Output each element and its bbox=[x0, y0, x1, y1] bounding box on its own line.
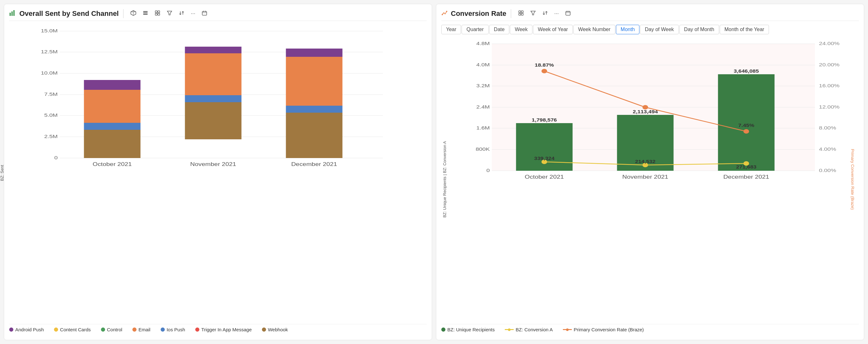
svg-text:15.0M: 15.0M bbox=[41, 28, 58, 33]
svg-text:214,532: 214,532 bbox=[635, 159, 655, 164]
right-y-axis-right-label: Primary Conversion Rate (Braze) bbox=[850, 138, 855, 221]
left-panel-title: Overall Sent by Send Channel bbox=[19, 9, 119, 18]
bar-oct-android bbox=[84, 80, 140, 90]
tab-week-number[interactable]: Week Number bbox=[574, 25, 615, 34]
svg-text:24.00%: 24.00% bbox=[819, 41, 840, 46]
legend-trigger-label: Trigger In App Message bbox=[201, 327, 252, 332]
tab-month[interactable]: Month bbox=[616, 25, 640, 34]
svg-text:5.0M: 5.0M bbox=[44, 112, 58, 118]
more-icon[interactable]: ··· bbox=[189, 10, 196, 18]
legend-content-cards-dot bbox=[54, 327, 58, 332]
tab-week-of-year[interactable]: Week of Year bbox=[533, 25, 573, 34]
svg-rect-7 bbox=[143, 12, 148, 13]
svg-text:10.0M: 10.0M bbox=[41, 70, 58, 75]
legend-primary-conversion-label: Primary Conversion Rate (Braze) bbox=[574, 327, 644, 332]
legend-ios: Ios Push bbox=[161, 327, 185, 332]
bar-nov-android bbox=[185, 46, 241, 53]
conversion-icon bbox=[441, 10, 448, 18]
legend-unique-recipients-dot bbox=[441, 327, 445, 332]
legend-conversion-a-label: BZ: Conversion A bbox=[516, 327, 553, 332]
svg-text:271,683: 271,683 bbox=[736, 165, 756, 169]
tab-week[interactable]: Week bbox=[510, 25, 532, 34]
svg-rect-0 bbox=[9, 13, 11, 16]
grid-icon[interactable] bbox=[153, 9, 162, 18]
right-filter-icon[interactable] bbox=[529, 9, 537, 18]
bar-oct-ios bbox=[84, 123, 140, 130]
time-tabs: Year Quarter Date Week Week of Year Week… bbox=[441, 25, 859, 34]
legend-webhook-dot bbox=[262, 327, 266, 332]
tab-date[interactable]: Date bbox=[489, 25, 509, 34]
right-panel-title: Conversion Rate bbox=[451, 9, 506, 18]
svg-text:1.6M: 1.6M bbox=[476, 125, 490, 130]
bar-dec-webhook bbox=[286, 113, 343, 158]
svg-rect-42 bbox=[566, 11, 570, 15]
right-header-divider bbox=[511, 9, 511, 18]
sort-icon[interactable] bbox=[178, 9, 186, 18]
svg-text:2,113,494: 2,113,494 bbox=[633, 110, 658, 114]
right-more-icon[interactable]: ··· bbox=[553, 10, 560, 18]
legend-control-dot bbox=[101, 327, 105, 332]
filter-icon[interactable] bbox=[165, 9, 174, 18]
bar-nov-webhook bbox=[185, 102, 241, 139]
tab-quarter[interactable]: Quarter bbox=[462, 25, 488, 34]
svg-point-36 bbox=[446, 11, 447, 12]
svg-rect-1 bbox=[11, 11, 13, 16]
legend-primary-conversion-line bbox=[563, 329, 572, 330]
tab-year[interactable]: Year bbox=[441, 25, 461, 34]
legend-email: Email bbox=[132, 327, 151, 332]
legend-primary-conversion: Primary Conversion Rate (Braze) bbox=[563, 327, 644, 332]
right-chart-area: BZ: Unique Recipients | BZ: Conversion A… bbox=[441, 37, 859, 335]
svg-text:4.0M: 4.0M bbox=[476, 62, 490, 67]
legend-email-label: Email bbox=[138, 327, 151, 332]
svg-rect-39 bbox=[519, 13, 521, 15]
svg-point-35 bbox=[442, 14, 443, 15]
svg-rect-10 bbox=[158, 11, 160, 13]
right-panel: Conversion Rate bbox=[436, 4, 864, 340]
legend-android: Android Push bbox=[9, 327, 44, 332]
svg-text:October 2021: October 2021 bbox=[93, 161, 132, 167]
legend-webhook: Webhook bbox=[262, 327, 288, 332]
legend-android-dot bbox=[9, 327, 13, 332]
legend-control-label: Control bbox=[107, 327, 122, 332]
tab-day-of-month[interactable]: Day of Month bbox=[679, 25, 719, 34]
svg-text:7.45%: 7.45% bbox=[738, 123, 754, 128]
svg-text:November 2021: November 2021 bbox=[622, 174, 668, 180]
legend-conversion-a-line bbox=[505, 329, 514, 330]
svg-text:0: 0 bbox=[54, 155, 58, 160]
svg-rect-6 bbox=[143, 11, 148, 12]
svg-text:2.4M: 2.4M bbox=[476, 104, 490, 110]
legend-webhook-label: Webhook bbox=[268, 327, 288, 332]
legend-unique-recipients: BZ: Unique Recipients bbox=[441, 327, 495, 332]
svg-text:18.87%: 18.87% bbox=[535, 63, 554, 68]
svg-rect-2 bbox=[13, 10, 14, 16]
bar-dec-email bbox=[286, 57, 343, 106]
bar-oct-email bbox=[84, 90, 140, 123]
right-grid-icon[interactable] bbox=[517, 9, 525, 18]
legend-control: Control bbox=[101, 327, 122, 332]
legend-content-cards: Content Cards bbox=[54, 327, 91, 332]
svg-rect-11 bbox=[155, 13, 157, 15]
tab-day-of-week[interactable]: Day of Week bbox=[640, 25, 679, 34]
right-y-axis-left-label: BZ: Unique Recipients | BZ: Conversion A bbox=[442, 135, 447, 224]
tab-month-of-year[interactable]: Month of the Year bbox=[720, 25, 769, 34]
legend-ios-label: Ios Push bbox=[167, 327, 185, 332]
conversion-rate-dot-dec bbox=[744, 129, 749, 134]
list-icon[interactable] bbox=[141, 9, 150, 18]
bar-dec-android bbox=[286, 49, 343, 57]
svg-text:3,646,085: 3,646,085 bbox=[734, 69, 759, 74]
svg-rect-8 bbox=[143, 14, 148, 15]
svg-text:October 2021: October 2021 bbox=[525, 174, 564, 180]
calendar-icon[interactable] bbox=[200, 9, 209, 18]
right-legend: BZ: Unique Recipients BZ: Conversion A P… bbox=[441, 324, 859, 335]
left-legend: Android Push Content Cards Control Email… bbox=[9, 324, 427, 335]
right-header-actions: ··· bbox=[517, 9, 572, 18]
legend-content-cards-label: Content Cards bbox=[60, 327, 91, 332]
svg-marker-13 bbox=[167, 11, 172, 15]
legend-email-dot bbox=[132, 327, 136, 332]
right-panel-header: Conversion Rate bbox=[441, 9, 859, 21]
svg-text:16.00%: 16.00% bbox=[819, 83, 840, 88]
right-calendar-icon[interactable] bbox=[564, 9, 572, 18]
cube-icon[interactable] bbox=[129, 9, 137, 18]
right-sort-icon[interactable] bbox=[541, 9, 549, 18]
bar-oct-webhook bbox=[84, 130, 140, 158]
